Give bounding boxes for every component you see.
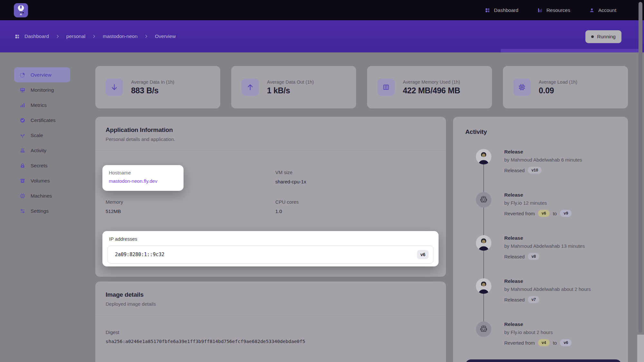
sidebar-item-secrets[interactable]: Secrets — [14, 158, 70, 173]
activity-timeline: Release by Mahmoud Abdelwahab 6 minutes … — [465, 149, 616, 362]
seedling-icon — [19, 132, 26, 139]
card-title: Image details — [106, 291, 436, 298]
version-badge: v10 — [528, 167, 542, 174]
vm-size-field: VM size shared-cpu-1x — [275, 170, 306, 184]
scrollbar-thumb[interactable] — [639, 2, 642, 333]
archive-box-icon — [19, 178, 26, 184]
nav-resources[interactable]: Resources — [537, 7, 570, 13]
sidebar-item-scale[interactable]: Scale — [14, 128, 70, 143]
sidebar-item-metrics[interactable]: Metrics — [14, 97, 70, 113]
stat-label: Average Load (1h) — [539, 79, 577, 85]
vm-size-label: VM size — [275, 170, 306, 175]
sidebar: Overview Monitoring Metrics Certificates… — [14, 67, 75, 218]
breadcrumb-label: mastodon-neon — [103, 33, 137, 39]
sidebar-item-monitoring[interactable]: Monitoring — [14, 82, 70, 97]
stat-label: Average Data In (1h) — [131, 79, 174, 85]
top-bar: Dashboard Resources Account — [0, 0, 644, 20]
action-label: Released — [504, 168, 525, 173]
breadcrumb: Dashboard personal mastodon-neon Overvie… — [14, 20, 176, 52]
chevron-right-icon — [144, 34, 148, 39]
activity-item-title: Release — [504, 278, 591, 284]
grid-icon — [14, 34, 20, 39]
activity-item: Release by Fly.io 12 minutes Reverted fr… — [465, 192, 616, 235]
grid-icon — [485, 7, 490, 13]
breadcrumb-overview[interactable]: Overview — [155, 33, 176, 39]
sidebar-item-settings[interactable]: Settings — [14, 203, 70, 218]
stack-icon — [19, 147, 26, 154]
sidebar-item-label: Metrics — [31, 102, 47, 108]
robot-avatar-icon — [476, 192, 491, 208]
nav-dashboard[interactable]: Dashboard — [485, 7, 518, 13]
stat-value: 1 kB/s — [267, 86, 314, 95]
activity-item: Release by Mahmoud Abdelwahab 13 minutes… — [465, 235, 616, 278]
breadcrumb-app[interactable]: mastodon-neon — [103, 33, 137, 39]
sidebar-item-volumes[interactable]: Volumes — [14, 173, 70, 188]
chevron-right-icon — [92, 34, 96, 39]
hostname-link[interactable]: mastodon-neon.fly.dev — [109, 178, 177, 184]
columns-icon — [377, 79, 395, 96]
breadcrumb-label: Overview — [155, 33, 176, 39]
activity-item-title: Release — [504, 192, 572, 198]
image-details-card: Image details Deployed image details Dig… — [95, 282, 446, 362]
arrow-down-icon — [106, 79, 123, 96]
sidebar-item-machines[interactable]: Machines — [14, 188, 70, 203]
cpu-cores-field: CPU cores 1.0 — [275, 199, 299, 214]
sliders-icon — [19, 208, 26, 214]
ip-address-row[interactable]: 2a09:8280:1::9c32 v6 — [108, 246, 433, 264]
to-label: to — [553, 340, 557, 346]
balloon-icon — [14, 3, 28, 17]
sidebar-item-label: Volumes — [31, 178, 50, 184]
app-status-badge[interactable]: Running — [585, 30, 621, 43]
sidebar-item-label: Machines — [31, 193, 52, 199]
top-navigation: Dashboard Resources Account — [485, 7, 616, 13]
ip-version-badge: v6 — [417, 250, 429, 259]
memory-label: Memory — [106, 199, 123, 205]
sidebar-item-activity[interactable]: Activity — [14, 143, 70, 158]
stats-row: Average Data In (1h) 883 B/s Average Dat… — [95, 66, 628, 108]
nav-account-label: Account — [598, 7, 616, 13]
action-label: Reverted from — [504, 211, 535, 216]
breadcrumb-dashboard[interactable]: Dashboard — [14, 33, 49, 39]
avatar — [476, 149, 491, 164]
action-label: Released — [504, 254, 525, 259]
sidebar-item-label: Settings — [31, 208, 49, 214]
breadcrumb-label: personal — [66, 33, 85, 39]
activity-item-meta: by Mahmoud Abdelwahab 13 minutes — [504, 243, 585, 249]
activity-title: Activity — [465, 128, 616, 135]
stat-card-load: Average Load (1h) 0.09 — [503, 66, 628, 108]
activity-item-meta: by Fly.io about 2 hours — [504, 330, 572, 335]
version-badge-from: v6 — [538, 210, 550, 217]
version-badge: v8 — [528, 253, 539, 260]
ip-addresses-label: IP addresses — [108, 236, 433, 242]
status-dot-icon — [591, 35, 594, 38]
robot-avatar-icon — [476, 321, 491, 337]
cpu-chip-icon — [513, 79, 531, 96]
hostname-highlight: Hostname mastodon-neon.fly.dev — [102, 165, 184, 191]
stat-card-data-in: Average Data In (1h) 883 B/s — [95, 66, 220, 108]
sidebar-item-label: Scale — [31, 133, 43, 138]
activity-item-meta: by Fly.io 12 minutes — [504, 200, 572, 206]
version-badge-to: v6 — [560, 339, 572, 346]
divider — [95, 315, 446, 315]
digest-label: Digest — [106, 330, 436, 335]
badge-check-icon — [19, 117, 26, 124]
digest-value: sha256:a0246e1a85170fbfe6a39e1ff3b9ff814… — [106, 339, 436, 344]
breadcrumb-personal[interactable]: personal — [66, 33, 85, 39]
sidebar-item-label: Secrets — [31, 163, 48, 169]
lock-icon — [19, 162, 26, 169]
nav-dashboard-label: Dashboard — [494, 7, 518, 13]
stat-value: 422 MB/496 MB — [403, 86, 460, 95]
action-label: Reverted from — [504, 340, 535, 346]
divider — [95, 150, 446, 151]
to-label: to — [553, 211, 557, 216]
version-badge: v7 — [528, 296, 539, 303]
chevron-right-icon — [55, 34, 60, 39]
flyio-logo[interactable] — [14, 3, 28, 17]
tour-popover-edge[interactable] — [465, 359, 621, 362]
sidebar-item-certificates[interactable]: Certificates — [14, 113, 70, 128]
scrollbar-track — [637, 335, 644, 362]
nav-account[interactable]: Account — [589, 7, 616, 13]
sidebar-item-overview[interactable]: Overview — [14, 67, 70, 82]
cpu-chip-icon — [19, 193, 26, 199]
nav-resources-label: Resources — [546, 7, 570, 13]
